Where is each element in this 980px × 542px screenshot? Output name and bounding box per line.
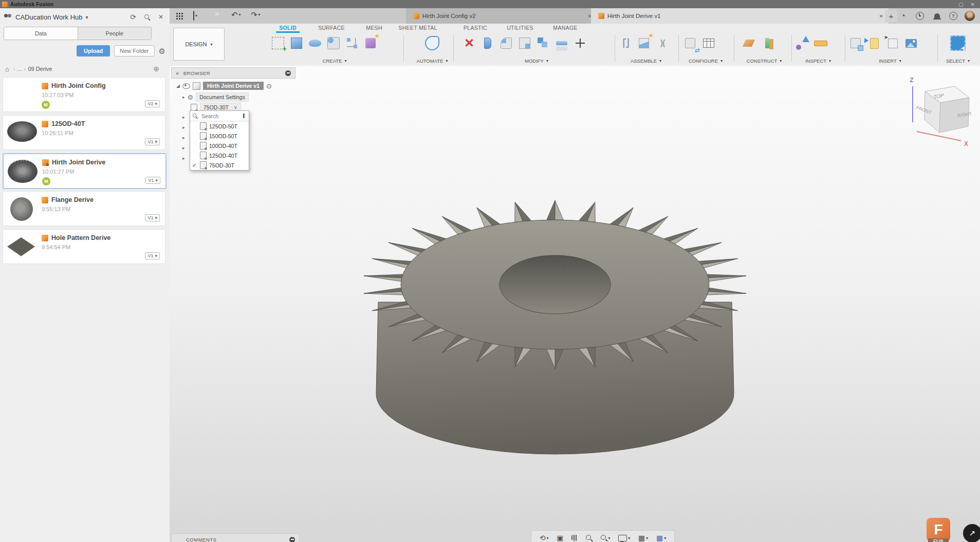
share-globe-icon[interactable]: ⊕: [153, 65, 159, 73]
split-body-icon[interactable]: [554, 35, 569, 51]
notifications-bell-icon[interactable]: [931, 10, 942, 22]
construction-plane-icon[interactable]: [741, 35, 756, 51]
list-item-selected[interactable]: Hirth Joint Derive 10:01:27 PM M V1▾: [3, 153, 167, 189]
comments-bar[interactable]: COMMENTS: [171, 533, 300, 542]
list-item[interactable]: Hole Pattern Derive 9:54:54 PM V1▾: [3, 229, 165, 264]
tab-plastic[interactable]: PLASTIC: [464, 25, 487, 31]
hirth-joint-3d-model[interactable]: [355, 173, 755, 460]
expand-triangle-icon[interactable]: ◢: [176, 83, 180, 88]
pattern-icon[interactable]: [344, 35, 360, 51]
revolve-icon[interactable]: [326, 35, 341, 51]
tab-utilities[interactable]: UTILITIES: [507, 25, 533, 31]
chevron-right-icon[interactable]: ▸: [182, 156, 185, 161]
redo-icon[interactable]: ↷▾: [251, 11, 261, 18]
extensions-icon[interactable]: ◔: [897, 10, 909, 22]
inspect-shapes-icon[interactable]: [794, 35, 810, 51]
dropdown-option[interactable]: 100OD-40T: [190, 141, 249, 151]
group-label-insert[interactable]: INSERT▾: [879, 58, 901, 64]
workspace-selector[interactable]: DESIGN▾: [173, 28, 225, 61]
new-tab-button[interactable]: +: [885, 10, 897, 22]
panel-settings-gear-icon[interactable]: ⚙: [159, 47, 165, 55]
tab-mesh[interactable]: MESH: [366, 25, 382, 31]
hub-selector[interactable]: CADucation Work Hub ▾ ⟳ ✕: [0, 10, 170, 24]
group-label-configure[interactable]: CONFIGURE▾: [689, 58, 723, 64]
tab-surface[interactable]: SURFACE: [318, 25, 345, 31]
group-label-inspect[interactable]: INSPECT▾: [805, 58, 831, 64]
window-close-button[interactable]: ✕: [971, 2, 975, 7]
fit-icon[interactable]: ▾: [601, 535, 611, 541]
home-icon[interactable]: ⌂: [5, 65, 9, 73]
version-dropdown[interactable]: V1▾: [145, 214, 160, 221]
configuration-table-icon[interactable]: [701, 35, 716, 51]
display-settings-icon[interactable]: ▾: [618, 535, 630, 541]
document-tab-active[interactable]: Hirth Joint Derive v1 ✕: [591, 8, 889, 24]
press-pull-icon[interactable]: [480, 35, 495, 51]
tab-sheet-metal[interactable]: SHEET METAL: [398, 25, 437, 31]
close-panel-icon[interactable]: ✕: [158, 13, 163, 21]
job-status-icon[interactable]: [914, 10, 926, 22]
configurations-icon[interactable]: [363, 35, 378, 51]
document-settings-row[interactable]: ▸ ⚙ Document Settings: [182, 92, 249, 102]
help-icon[interactable]: ?: [948, 10, 959, 22]
combine-icon[interactable]: [535, 35, 551, 51]
version-dropdown[interactable]: V1▾: [145, 138, 160, 145]
canvas-image-icon[interactable]: [903, 35, 919, 51]
group-label-create[interactable]: CREATE▾: [323, 58, 347, 64]
select-icon[interactable]: [950, 35, 966, 51]
search-input[interactable]: [200, 113, 235, 120]
list-item[interactable]: 125OD-40T 10:26:11 PM V1▾: [3, 115, 165, 150]
insert-mesh-icon[interactable]: [885, 35, 900, 51]
look-at-icon[interactable]: ▣: [557, 534, 563, 542]
create-sketch-icon[interactable]: [270, 35, 286, 51]
insert-svg-icon[interactable]: [866, 35, 882, 51]
close-tab-icon[interactable]: ✕: [879, 13, 883, 19]
radio-marker-icon[interactable]: ⊙: [266, 82, 272, 90]
group-label-automate[interactable]: AUTOMATE▾: [417, 58, 448, 64]
breadcrumb-folder[interactable]: 09 Derive: [28, 66, 52, 72]
group-label-modify[interactable]: MODIFY▾: [525, 58, 548, 64]
avatar[interactable]: [964, 10, 975, 22]
joint-icon[interactable]: ⎡⎦: [618, 35, 633, 51]
dropdown-option[interactable]: 125OD-50T: [190, 121, 249, 131]
fillet-icon[interactable]: [498, 35, 514, 51]
panel-options-icon[interactable]: [289, 537, 295, 542]
automate-icon[interactable]: [424, 35, 440, 51]
viewport-canvas[interactable]: TOP FRONT RIGHT Z X « BROWSER ◢ Hirth Jo…: [170, 66, 980, 542]
tab-data[interactable]: Data: [4, 27, 78, 40]
chevron-right-icon[interactable]: ▸: [182, 135, 185, 140]
list-item[interactable]: Flange Derive 9:55:13 PM V1▾: [3, 191, 165, 226]
panel-options-icon[interactable]: [285, 70, 291, 76]
browser-root-row[interactable]: ◢ Hirth Joint Derive v1 ⊙: [176, 82, 272, 90]
tab-solid[interactable]: SOLID: [279, 25, 297, 31]
pan-icon[interactable]: [571, 535, 578, 541]
grid-settings-icon[interactable]: ▦▾: [638, 534, 648, 542]
shell-icon[interactable]: [517, 35, 532, 51]
collapse-panel-icon[interactable]: «: [176, 70, 179, 76]
move-icon[interactable]: [572, 35, 588, 51]
chevron-right-icon[interactable]: ▸: [182, 95, 185, 100]
dropdown-option[interactable]: 150OD-50T: [190, 131, 249, 141]
chevron-right-icon[interactable]: ▸: [182, 115, 185, 120]
list-item[interactable]: Hirth Joint Config 10:27:03 PM M V2▾: [3, 77, 165, 112]
zoom-icon[interactable]: [586, 535, 593, 541]
measure-icon[interactable]: [813, 35, 828, 51]
new-folder-button[interactable]: New Folder: [114, 45, 154, 57]
version-dropdown[interactable]: V1▾: [145, 177, 160, 184]
undo-icon[interactable]: ↶▾: [231, 11, 241, 18]
refresh-icon[interactable]: ⟳: [130, 13, 136, 21]
chevron-right-icon[interactable]: ▸: [182, 125, 185, 130]
file-menu-icon[interactable]: ▾: [193, 12, 197, 20]
dropdown-search-row[interactable]: I: [190, 111, 249, 121]
app-grid-icon[interactable]: [176, 12, 183, 20]
dropdown-option[interactable]: 125OD-40T: [190, 151, 249, 160]
visibility-eye-icon[interactable]: [182, 83, 190, 89]
orbit-icon[interactable]: ⟲▾: [540, 534, 549, 542]
insert-derive-icon[interactable]: [848, 35, 863, 51]
viewports-icon[interactable]: ▦▾: [656, 534, 666, 542]
version-dropdown[interactable]: V2▾: [145, 100, 160, 107]
new-component-icon[interactable]: [636, 35, 652, 51]
document-tab-inactive[interactable]: Hirth Joint Config v2 ✕: [406, 8, 597, 24]
mirror-icon[interactable]: )(: [655, 35, 670, 51]
configuration-swap-icon[interactable]: [682, 35, 698, 51]
chevron-right-icon[interactable]: ▸: [182, 145, 185, 151]
